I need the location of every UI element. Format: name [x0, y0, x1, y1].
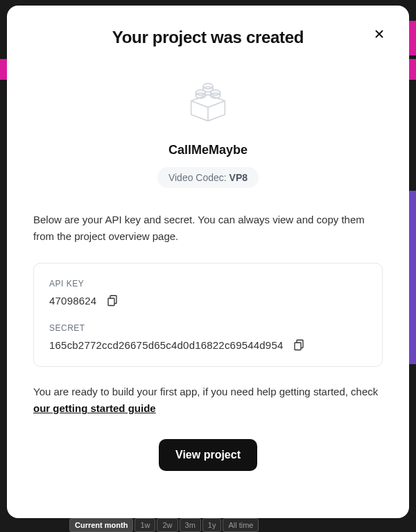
- close-button[interactable]: [372, 26, 387, 42]
- outro-before: You are ready to build your first app, i…: [33, 386, 378, 397]
- api-key-value: 47098624: [49, 295, 96, 307]
- time-range-option[interactable]: 3m: [180, 518, 201, 532]
- credentials-box: API KEY 47098624 SECRET 165cb2772ccd2667…: [33, 263, 383, 367]
- secret-group: SECRET 165cb2772ccd26675d65c4d0d16822c69…: [49, 323, 367, 351]
- codec-label: Video Codec:: [168, 172, 229, 183]
- secret-value: 165cb2772ccd26675d65c4d0d16822c69544d954: [49, 339, 283, 351]
- copy-icon: [293, 338, 305, 351]
- time-range-option[interactable]: 1w: [135, 518, 155, 532]
- copy-secret-button[interactable]: [293, 338, 305, 351]
- api-key-label: API KEY: [49, 279, 367, 289]
- time-range-option[interactable]: 1y: [202, 518, 222, 532]
- codec-pill: Video Codec: VP8: [157, 167, 259, 188]
- api-key-group: API KEY 47098624: [49, 279, 367, 307]
- svg-rect-6: [108, 298, 114, 306]
- time-range-option[interactable]: All time: [223, 518, 259, 532]
- getting-started-link[interactable]: our getting started guide: [33, 402, 156, 414]
- close-icon: [373, 28, 385, 40]
- time-range-current[interactable]: Current month: [69, 518, 133, 532]
- secret-label: SECRET: [49, 323, 367, 333]
- time-range-bar: Current month 1w 2w 3m 1y All time: [69, 518, 416, 532]
- modal-title: Your project was created: [33, 28, 383, 47]
- project-name: CallMeMaybe: [33, 143, 383, 157]
- lego-block-icon: [182, 74, 234, 126]
- copy-icon: [106, 294, 119, 307]
- intro-text: Below are your API key and secret. You c…: [33, 212, 383, 245]
- outro-text: You are ready to build your first app, i…: [33, 384, 383, 417]
- project-created-modal: Your project was created CallMeMaybe Vid…: [7, 6, 409, 518]
- view-project-button[interactable]: View project: [159, 439, 257, 471]
- codec-value: VP8: [229, 172, 248, 183]
- project-icon: [33, 74, 383, 126]
- svg-rect-7: [295, 343, 301, 350]
- time-range-option[interactable]: 2w: [157, 518, 177, 532]
- copy-api-key-button[interactable]: [106, 294, 119, 307]
